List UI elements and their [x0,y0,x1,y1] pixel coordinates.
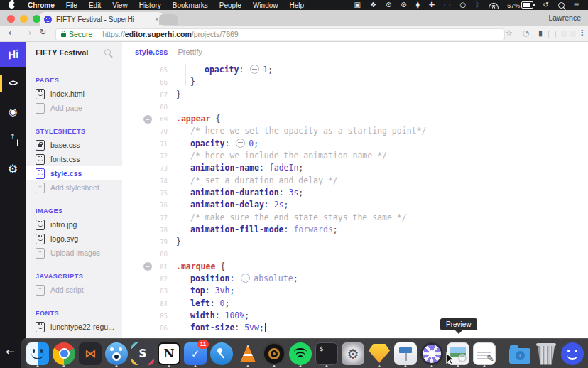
code-line-content[interactable]: font-size: 5vw; [170,322,588,334]
code-line-content[interactable]: animation-duration: 3s; [170,187,588,199]
code-line-content[interactable]: } [170,76,588,88]
code-line[interactable]: −81.marquee { [122,261,588,273]
code-line-content[interactable]: opacity: 1; [170,64,588,76]
downloads-dock-item[interactable]: ↓ [508,340,532,368]
extension-square-icon[interactable] [548,31,556,38]
code-line[interactable]: 77/* make sure the end state stays the s… [122,212,588,224]
battery-indicator[interactable]: 67% [507,1,533,9]
code-line-content[interactable]: .marquee { [170,261,588,273]
code-line[interactable]: −69.appear { [122,113,588,125]
trash-dock-item[interactable] [534,340,558,368]
things-dock-item[interactable]: ✓11 [183,340,207,368]
circle-app-icon[interactable]: ○ [459,0,466,10]
code-line-content[interactable]: left: 0; [170,298,588,310]
code-line-content[interactable]: /* make sure the end state stays the sam… [170,212,588,224]
window-manager-icon[interactable]: ▭ [444,0,450,10]
code-line[interactable]: 73animation-name: fadeIn; [122,162,588,174]
code-line-content[interactable]: animation-name: fadeIn; [170,162,588,174]
smiley-dock-item[interactable] [560,340,584,368]
code-line-content[interactable]: /* here we set the opacity as a starting… [170,125,588,137]
slack-dock-item[interactable]: S [131,340,155,368]
code-line[interactable]: 83top: 3vh; [122,285,588,297]
sidebar-item-logo-svg[interactable]: logo.svg [26,232,122,246]
sidebar-item-index-html[interactable]: index.html [26,87,122,101]
chrome-dock-item[interactable] [52,340,76,368]
code-line[interactable]: 70/* here we set the opacity as a starti… [122,125,588,137]
extension-cross-icon[interactable]: ✚ [429,0,435,10]
code-line-content[interactable] [170,101,588,113]
code-line-content[interactable]: position: absolute; [170,273,588,285]
search-icon[interactable] [104,49,111,55]
code-line[interactable]: 67} [122,89,588,101]
textedit-dock-item[interactable]: ✎ [472,340,496,368]
browser-tab[interactable]: FIFTY Festival - SuperHi × [40,12,163,26]
rail-item-code[interactable]: <> [0,71,26,95]
sidebar-item-style-css[interactable]: style.css [26,166,122,180]
value-adjuster-icon[interactable] [241,274,250,283]
code-line-content[interactable]: top: 3vh; [170,285,588,297]
bookmark-star-icon[interactable]: ☆ [506,28,513,38]
bluetooth-icon[interactable]: ᛒ [475,0,479,10]
sidebar-item-base-css[interactable]: base.css [26,138,122,152]
droplet-icon[interactable]: ⧫ [416,0,420,10]
sidebar-item-fonts-css[interactable]: fonts.css [26,152,122,166]
code-line[interactable]: 85width: 100%; [122,310,588,322]
code-line[interactable]: 72/* here we include the animation name … [122,150,588,162]
editor-filename-tab[interactable]: style.css [135,48,168,56]
sidebar-item-upload-images[interactable]: +Upload images [26,246,122,260]
do-not-disturb-icon[interactable]: ⊘ [401,0,406,10]
code-line-content[interactable]: width: 100%; [170,310,588,322]
menu-chrome[interactable]: Chrome [22,1,60,9]
window-minimize-button[interactable] [20,15,28,23]
code-line-content[interactable]: } [170,89,588,101]
menu-history[interactable]: History [134,1,167,9]
extension-bar-icon[interactable]: ▮ [538,28,543,38]
code-line-content[interactable]: } [170,236,588,248]
sidebar-item-add-page[interactable]: +Add page [26,101,122,115]
code-line-content[interactable]: /* here we include the animation name */ [170,150,588,162]
value-adjuster-icon[interactable] [250,65,259,74]
dropbox-icon[interactable]: ❖ [370,0,376,10]
code-fold-icon[interactable]: − [143,262,152,271]
code-line[interactable]: 66} [122,76,588,88]
new-tab-button[interactable] [159,14,178,25]
rail-item-preview[interactable]: ◉ [0,99,26,124]
address-bar[interactable]: Secure https://editor.superhi.com/projec… [55,28,505,40]
rail-item-share[interactable]: ↑ [0,128,26,152]
spotify-dock-item[interactable] [288,340,312,368]
code-line[interactable]: 74/* set a duration and delay */ [122,175,588,187]
back-button[interactable]: ← [9,28,16,38]
superhi-logo[interactable]: Hi [0,41,26,67]
menu-edit[interactable]: Edit [83,1,107,9]
code-line-content[interactable]: animation-fill-mode: forwards; [170,224,588,236]
code-line[interactable]: 86font-size: 5vw; [122,322,588,334]
tweetbot-dock-item[interactable] [104,340,129,368]
value-adjuster-icon[interactable] [236,139,245,148]
extension-circle-icon[interactable]: ◔ [523,28,530,38]
window-close-button[interactable] [7,15,15,23]
sidebar-item-lunchtype22-regu-[interactable]: lunchtype22-regu... [26,320,122,334]
reload-button[interactable]: ↻ [40,28,46,37]
menu-view[interactable]: View [107,1,134,9]
sidebar-item-add-script[interactable]: +Add script [26,283,122,297]
extension-disabled-icon[interactable] [561,31,567,37]
chrome-menu-icon[interactable]: ⋮ [578,28,586,38]
menu-bookmarks[interactable]: Bookmarks [167,1,214,9]
code-line[interactable]: 82position: absolute; [122,273,588,285]
keynote-dock-item[interactable] [393,340,418,368]
extension-disabled-icon[interactable] [570,31,576,37]
code-line-content[interactable]: opacity: 0; [170,138,588,150]
rail-item-settings[interactable]: ⚙ [0,156,26,180]
notification-center-icon[interactable]: ≡ [574,0,579,10]
quicktime-dock-item[interactable] [420,340,444,368]
terminal-dock-item[interactable]: $ [315,340,339,368]
sidebar-item-intro-jpg[interactable]: intro.jpg [26,217,122,232]
menu-window[interactable]: Window [247,1,284,9]
code-line[interactable]: 84left: 0; [122,298,588,310]
sidebar-item-add-stylesheet[interactable]: +Add stylesheet [26,180,122,195]
prettify-button[interactable]: Prettify [178,48,202,56]
code-line[interactable]: 65opacity: 1; [122,64,588,76]
vscode-dock-item[interactable]: ⋈ [78,340,102,368]
wifi-icon[interactable] [489,2,498,9]
menu-help[interactable]: Help [284,1,310,9]
